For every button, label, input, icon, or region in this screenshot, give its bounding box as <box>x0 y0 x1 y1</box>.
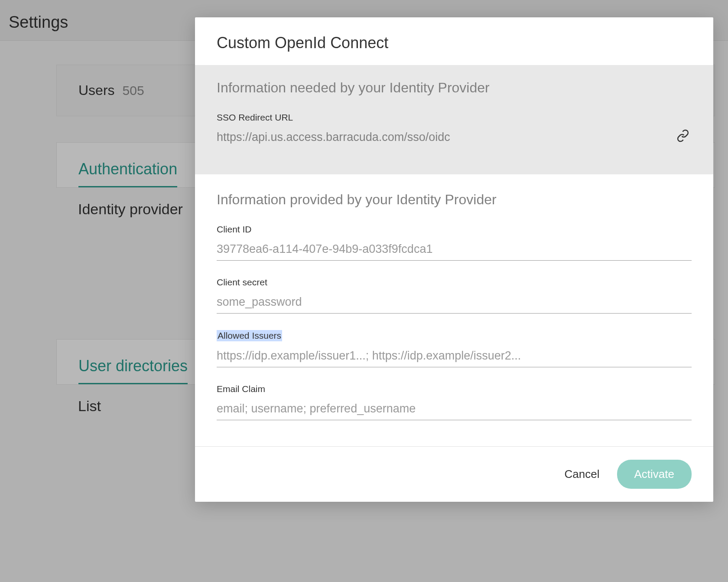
modal-openid-connect: Custom OpenId Connect Information needed… <box>195 17 713 502</box>
section-provided-title: Information provided by your Identity Pr… <box>217 192 692 208</box>
client-secret-input[interactable] <box>217 292 692 314</box>
client-id-input[interactable] <box>217 239 692 261</box>
activate-button[interactable]: Activate <box>617 460 692 489</box>
section-provided-by-idp: Information provided by your Identity Pr… <box>195 174 713 446</box>
cancel-button[interactable]: Cancel <box>565 468 600 481</box>
section-needed-by-idp: Information needed by your Identity Prov… <box>195 65 713 174</box>
modal-title: Custom OpenId Connect <box>217 34 692 52</box>
copy-link-icon[interactable] <box>674 127 692 147</box>
client-secret-label: Client secret <box>217 277 267 288</box>
sso-redirect-label: SSO Redirect URL <box>217 112 293 123</box>
section-needed-title: Information needed by your Identity Prov… <box>217 80 692 96</box>
sso-redirect-value: https://api.us.access.barracuda.com/sso/… <box>217 131 450 144</box>
modal-footer: Cancel Activate <box>195 446 713 502</box>
allowed-issuers-label: Allowed Issuers <box>217 330 282 341</box>
client-id-label: Client ID <box>217 224 252 235</box>
email-claim-label: Email Claim <box>217 384 265 394</box>
email-claim-input[interactable] <box>217 399 692 420</box>
allowed-issuers-input[interactable] <box>217 346 692 367</box>
